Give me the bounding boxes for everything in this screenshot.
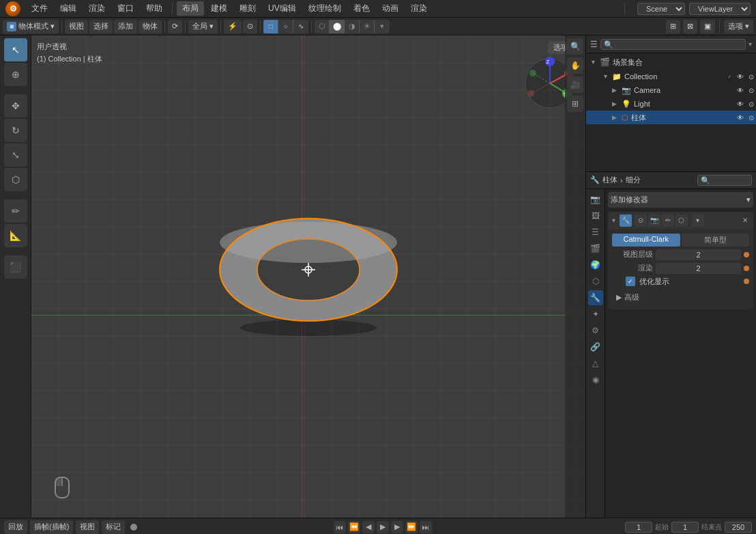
shading-rendered[interactable]: ☀	[360, 20, 375, 33]
play-btn[interactable]: ▶	[377, 521, 389, 533]
move-tool[interactable]: ✥	[4, 94, 27, 117]
collection-item[interactable]: ▼ 📁 Collection ✓ 👁 ⊙	[586, 70, 756, 83]
rotate-tool[interactable]: ↻	[4, 119, 27, 142]
workspace-tab-texture-paint[interactable]: 纹理绘制	[303, 1, 347, 16]
menu-help[interactable]: 帮助	[141, 1, 168, 16]
next-keyframe-btn[interactable]: ⏩	[405, 521, 418, 533]
interpolation-menu[interactable]: 插帧(插帧)	[30, 520, 73, 534]
scene-collection-row[interactable]: ▼ 🎬 场景集合	[586, 55, 756, 70]
workspace-tab-animation[interactable]: 动画	[377, 1, 404, 16]
render-levels-value[interactable]: 2	[656, 263, 741, 274]
gizmo-toggle[interactable]: ⊞	[666, 20, 680, 33]
select-box[interactable]: □	[263, 20, 278, 33]
shading-material[interactable]: ◑	[345, 20, 360, 33]
playback-menu[interactable]: 回放	[4, 520, 27, 534]
marker-menu[interactable]: 标记	[102, 520, 125, 534]
props-object-data-icon[interactable]: △	[588, 356, 603, 371]
props-constraints-icon[interactable]: 🔗	[588, 339, 603, 354]
collection-viewport-icon[interactable]: ⊙	[746, 72, 756, 81]
modifier-realtime-icon[interactable]: ⊙	[635, 214, 647, 227]
pan-btn[interactable]: ✋	[567, 57, 583, 74]
menu-file[interactable]: 文件	[26, 1, 53, 16]
timeline-view-menu[interactable]: 视图	[76, 520, 99, 534]
collection-hide-icon[interactable]: 👁	[736, 72, 745, 81]
select-lasso[interactable]: ∿	[293, 20, 308, 33]
optimize-display-checkbox[interactable]: ✓	[626, 277, 635, 286]
select-menu[interactable]: 选择	[89, 20, 113, 33]
mode-selector[interactable]: ◼ 物体模式 ▾	[3, 20, 59, 33]
props-modifier-icon[interactable]: 🔧	[588, 290, 603, 305]
catmull-clark-btn[interactable]: Catmull-Clark	[612, 234, 680, 247]
current-frame-input[interactable]	[625, 522, 652, 533]
workspace-tab-rendering[interactable]: 渲染	[405, 1, 433, 16]
mesh-item[interactable]: ▶ ⬡ 柱体 👁 ⊙	[586, 111, 756, 124]
global-local-selector[interactable]: 全局 ▾	[188, 20, 218, 33]
camera-item[interactable]: ▶ 📷 Camera 👁 ⊙	[586, 83, 756, 97]
proportional-edit-toggle[interactable]: ⊙	[243, 20, 257, 33]
add-object-tool[interactable]: ⬛	[4, 255, 27, 279]
props-render-icon[interactable]: 📷	[588, 192, 603, 207]
prev-keyframe-btn[interactable]: ⏪	[348, 521, 360, 533]
zoom-in-btn[interactable]: 🔍	[567, 38, 583, 55]
props-world-icon[interactable]: 🌍	[588, 257, 603, 272]
mesh-viewport-icon[interactable]: ⊙	[746, 113, 756, 122]
props-output-icon[interactable]: 🖼	[588, 208, 603, 223]
menu-render[interactable]: 渲染	[83, 1, 111, 16]
select-tool[interactable]: ↖	[4, 38, 27, 61]
simple-btn[interactable]: 简单型	[682, 234, 750, 247]
props-material-icon[interactable]: ◉	[588, 372, 603, 387]
add-modifier-button[interactable]: 添加修改器 ▾	[608, 192, 753, 208]
camera-perspective-btn[interactable]: ⊞	[567, 96, 583, 112]
modifier-dropdown-btn[interactable]: ▾	[692, 214, 704, 227]
cursor-tool[interactable]: ⊕	[4, 63, 27, 86]
workspace-tab-sculpt[interactable]: 雕刻	[234, 1, 261, 16]
menu-window[interactable]: 窗口	[112, 1, 139, 16]
workspace-tab-layout[interactable]: 布局	[177, 1, 204, 16]
modifier-render-icon[interactable]: 📷	[648, 214, 660, 227]
camera-hide-icon[interactable]: 👁	[736, 85, 745, 95]
modifier-editmode-icon[interactable]: ✏	[662, 214, 674, 227]
shading-options[interactable]: ▾	[375, 20, 390, 33]
select-circle[interactable]: ○	[278, 20, 293, 33]
shading-wireframe[interactable]: ⬡	[315, 20, 330, 33]
light-item[interactable]: ▶ 💡 Light 👁 ⊙	[586, 97, 756, 111]
light-viewport-icon[interactable]: ⊙	[746, 99, 756, 109]
light-hide-icon[interactable]: 👁	[736, 99, 745, 109]
view-menu[interactable]: 视图	[65, 20, 88, 33]
overlay-toggle[interactable]: ⊠	[683, 20, 697, 33]
menu-edit[interactable]: 编辑	[55, 1, 82, 16]
orbit-btn[interactable]: 🎥	[567, 76, 583, 93]
jump-to-end-btn[interactable]: ⏭	[420, 521, 432, 533]
advanced-section[interactable]: ▶ 高级	[612, 290, 749, 305]
jump-to-start-btn[interactable]: ⏮	[334, 521, 346, 533]
props-object-icon[interactable]: ⬡	[588, 274, 603, 289]
mesh-hide-icon[interactable]: 👁	[736, 113, 745, 122]
outliner-search-input[interactable]	[600, 39, 746, 50]
properties-search-input[interactable]	[697, 175, 752, 186]
start-frame-input[interactable]	[671, 522, 699, 533]
props-physics-icon[interactable]: ⚙	[588, 323, 603, 338]
workspace-tab-shading[interactable]: 着色	[348, 1, 375, 16]
blender-logo[interactable]: ⚙	[5, 1, 20, 16]
outliner-filter-icon[interactable]: ▾	[748, 40, 752, 48]
transform-gizmo-toggle[interactable]: ⟳	[168, 20, 182, 33]
props-view-layer-icon[interactable]: ☰	[588, 225, 603, 240]
next-frame-btn[interactable]: ▶	[391, 521, 403, 533]
xray-toggle[interactable]: ▣	[700, 20, 715, 33]
modifier-collapse-arrow[interactable]: ▼	[611, 217, 617, 224]
camera-viewport-icon[interactable]: ⊙	[746, 85, 756, 95]
transform-tool[interactable]: ⬡	[4, 168, 27, 191]
view-levels-value[interactable]: 2	[656, 249, 741, 260]
object-menu[interactable]: 物体	[139, 20, 162, 33]
end-frame-input[interactable]	[725, 522, 752, 533]
props-scene-icon[interactable]: 🎬	[588, 241, 603, 256]
viewlayer-selector[interactable]: ViewLayer	[689, 3, 751, 15]
add-menu[interactable]: 添加	[114, 20, 137, 33]
annotate-tool[interactable]: ✏	[4, 199, 27, 223]
scene-selector[interactable]: Scene	[637, 3, 685, 15]
modifier-cage-icon[interactable]: ⬡	[675, 214, 688, 227]
modifier-close-button[interactable]: ✕	[740, 215, 751, 226]
options-btn[interactable]: 选项 ▾	[724, 20, 753, 33]
snap-toggle[interactable]: ⚡	[224, 20, 242, 33]
3d-viewport[interactable]: 用户透视 (1) Collection | 柱体 选项 ▾ X Y	[31, 36, 585, 518]
